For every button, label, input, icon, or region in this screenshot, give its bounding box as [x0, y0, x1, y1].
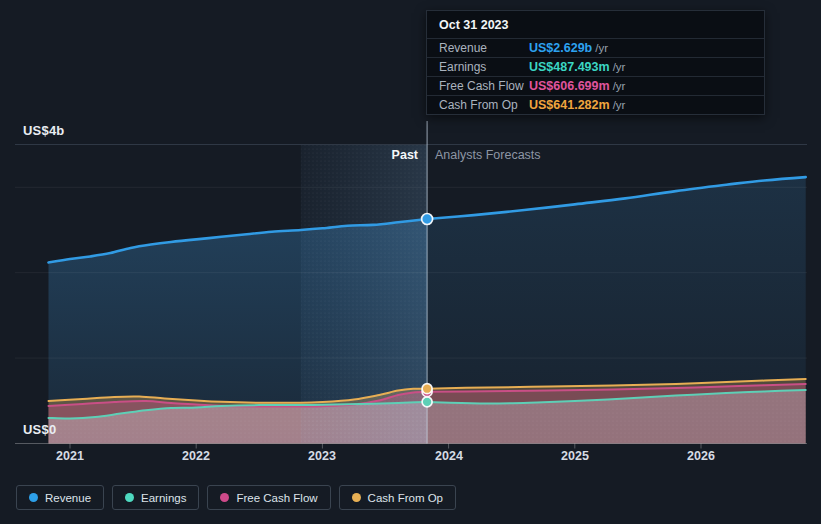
earnings-revenue-forecast-chart: US$4b US$0 Past Analysts Forecasts 2021 … — [0, 0, 821, 524]
legend-label: Cash From Op — [368, 492, 443, 504]
tooltip-row-free-cash-flow: Free Cash Flow US$606.699m/yr — [427, 76, 764, 95]
tooltip-date: Oct 31 2023 — [427, 11, 764, 38]
legend-label: Revenue — [45, 492, 91, 504]
legend-label: Earnings — [141, 492, 186, 504]
marker-Cash From Op — [422, 384, 432, 394]
earnings-dot-icon — [125, 493, 134, 502]
past-section-label: Past — [318, 148, 418, 162]
revenue-dot-icon — [29, 493, 38, 502]
tooltip-row-cash-from-op: Cash From Op US$641.282m/yr — [427, 95, 764, 114]
legend-label: Free Cash Flow — [236, 492, 317, 504]
x-tick-2022: 2022 — [174, 449, 218, 463]
tooltip-value: US$641.282m/yr — [529, 98, 752, 112]
legend-button-earnings[interactable]: Earnings — [112, 485, 199, 510]
x-tick-2025: 2025 — [553, 449, 597, 463]
x-tick-2023: 2023 — [300, 449, 344, 463]
marker-Earnings — [422, 397, 432, 407]
free-cash-flow-dot-icon — [220, 493, 229, 502]
cash-from-op-dot-icon — [352, 493, 361, 502]
analysts-forecasts-section-label: Analysts Forecasts — [435, 148, 541, 162]
tooltip-label: Revenue — [439, 41, 529, 55]
tooltip-value: US$487.493m/yr — [529, 60, 752, 74]
legend-button-free-cash-flow[interactable]: Free Cash Flow — [207, 485, 330, 510]
tooltip-row-earnings: Earnings US$487.493m/yr — [427, 57, 764, 76]
x-tick-2021: 2021 — [48, 449, 92, 463]
chart-tooltip: Oct 31 2023 Revenue US$2.629b/yr Earning… — [426, 10, 765, 115]
y-axis-max-label: US$4b — [23, 123, 64, 138]
x-tick-2026: 2026 — [679, 449, 723, 463]
y-axis-zero-label: US$0 — [23, 422, 56, 437]
legend-button-cash-from-op[interactable]: Cash From Op — [339, 485, 456, 510]
legend-button-revenue[interactable]: Revenue — [16, 485, 104, 510]
x-tick-2024: 2024 — [427, 449, 471, 463]
tooltip-label: Cash From Op — [439, 98, 529, 112]
tooltip-value: US$606.699m/yr — [529, 79, 752, 93]
marker-Revenue — [422, 214, 433, 225]
chart-legend: Revenue Earnings Free Cash Flow Cash Fro… — [16, 485, 456, 510]
tooltip-row-revenue: Revenue US$2.629b/yr — [427, 38, 764, 57]
tooltip-label: Earnings — [439, 60, 529, 74]
tooltip-value: US$2.629b/yr — [529, 41, 752, 55]
tooltip-label: Free Cash Flow — [439, 79, 529, 93]
